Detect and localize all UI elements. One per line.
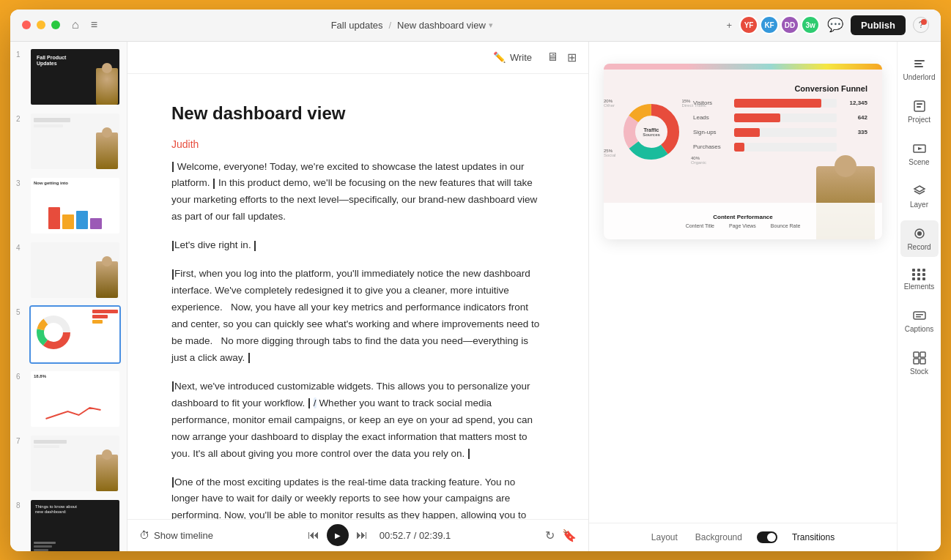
- breadcrumb-child[interactable]: New dashboard view ▾: [397, 20, 493, 31]
- svg-rect-21: [914, 352, 919, 357]
- breadcrumb-separator: /: [388, 20, 391, 31]
- play-button[interactable]: ▶: [327, 524, 349, 546]
- bookmark-icon[interactable]: 🔖: [562, 529, 577, 542]
- svg-rect-13: [917, 103, 922, 105]
- slide-thumb-5[interactable]: [29, 305, 121, 364]
- sidebar-item-captions[interactable]: Captions: [900, 302, 939, 339]
- show-timeline-button[interactable]: ⏱ Show timeline: [139, 529, 213, 541]
- slide-number-3: 3: [16, 179, 25, 187]
- sidebar-item-stock[interactable]: Stock: [900, 345, 939, 381]
- slide-preview: Conversion Funnel: [604, 64, 882, 239]
- scene-icon: [912, 141, 927, 156]
- svg-rect-18: [914, 312, 925, 319]
- slide-thumb-4[interactable]: [29, 241, 121, 299]
- funnel-bar-signups: [734, 128, 760, 137]
- layer-icon: [912, 184, 927, 198]
- home-icon[interactable]: ⌂: [72, 18, 79, 31]
- slide-number-2: 2: [16, 115, 25, 123]
- funnel-row-visitors: Visitors 12,345: [693, 99, 867, 108]
- sidebar-item-elements[interactable]: Elements: [900, 263, 939, 296]
- captions-icon: [912, 308, 927, 323]
- funnel-bar-leads: [734, 113, 780, 122]
- funnel-label-purchases: Purchases: [693, 143, 730, 150]
- slide7-person: [96, 455, 118, 491]
- avatar-kf[interactable]: KF: [760, 15, 779, 34]
- slide-item-4[interactable]: 4: [16, 241, 121, 299]
- slide-thumb-1[interactable]: Fall ProductUpdates: [29, 48, 121, 106]
- script-paragraph-4: Next, we've introduced customizable widg…: [171, 378, 544, 463]
- record-icon: [912, 226, 927, 241]
- funnel-value-leads: 642: [841, 114, 867, 121]
- preview-content: Conversion Funnel: [589, 42, 897, 523]
- add-user-icon[interactable]: +: [726, 20, 732, 31]
- funnel-row-leads: Leads 642: [693, 113, 867, 122]
- tab-background[interactable]: Background: [692, 531, 745, 544]
- preview-tabs: Layout Background Transitions: [589, 523, 897, 551]
- avatar-yf[interactable]: YF: [739, 15, 758, 34]
- monitor-icon[interactable]: 🖥: [547, 51, 558, 64]
- timeline-icon: ⏱: [139, 529, 149, 541]
- slide-item-1[interactable]: 1 Fall ProductUpdates: [16, 48, 121, 106]
- content-scroll[interactable]: New dashboard view Judith Welcome, every…: [127, 74, 588, 519]
- show-timeline-label: Show timeline: [154, 530, 213, 541]
- minimize-button[interactable]: [37, 20, 45, 29]
- sidebar-item-scene[interactable]: Scene: [900, 135, 939, 172]
- layer-label: Layer: [910, 201, 928, 209]
- write-button[interactable]: ✏️ Write: [487, 48, 538, 66]
- sidebar-item-layer[interactable]: Layer: [900, 178, 939, 214]
- tab-transitions[interactable]: Transitions: [789, 531, 837, 544]
- slide2-head: [102, 127, 112, 138]
- stock-icon: [912, 351, 927, 365]
- grid-layout-icon[interactable]: ⊞: [567, 51, 577, 64]
- slide-item-6[interactable]: 6 18.8%: [16, 370, 121, 428]
- slide-item-3[interactable]: 3 Now getting into: [16, 176, 121, 235]
- funnel-row-purchases: Purchases: [693, 143, 867, 152]
- avatar-3w[interactable]: 3w: [801, 15, 820, 34]
- cp-columns: Content Title Page Views Bounce Rate: [686, 223, 801, 228]
- cursor-8: [308, 398, 310, 408]
- slide5-donut: [34, 313, 74, 353]
- sidebar-item-project[interactable]: Project: [900, 93, 939, 130]
- toggle-switch[interactable]: [757, 531, 777, 543]
- cursor-6: [248, 353, 250, 363]
- skip-back-button[interactable]: ⏮: [308, 529, 319, 542]
- slide-thumb-8[interactable]: Things to know aboutnew dashboard:: [29, 499, 121, 551]
- publish-button[interactable]: Publish: [851, 15, 906, 35]
- title-bar-left: ⌂ ≡: [22, 18, 97, 31]
- slide2-text-line: [34, 118, 70, 122]
- funnel-label-leads: Leads: [693, 114, 730, 121]
- slide8-dots: [34, 542, 116, 551]
- svg-rect-23: [914, 359, 919, 364]
- chat-icon[interactable]: 💬: [827, 17, 843, 33]
- player-controls: ⏮ ▶ ⏭: [308, 524, 368, 546]
- tab-layout[interactable]: Layout: [648, 531, 681, 544]
- slide-number-7: 7: [16, 437, 25, 445]
- breadcrumb-parent[interactable]: Fall updates: [331, 20, 383, 31]
- cp-title: Content Performance: [713, 214, 772, 220]
- slide-panel[interactable]: 1 Fall ProductUpdates 2: [10, 42, 127, 551]
- skip-forward-button[interactable]: ⏭: [356, 529, 368, 542]
- menu-icon[interactable]: ≡: [91, 18, 97, 31]
- write-label: Write: [510, 52, 532, 63]
- slide-item-5[interactable]: 5: [16, 305, 121, 364]
- cp-col-1: Content Title: [686, 223, 714, 228]
- sync-icon[interactable]: ↻: [545, 529, 555, 542]
- funnel-stats: Visitors 12,345 Leads: [693, 99, 867, 157]
- slide-item-2[interactable]: 2: [16, 112, 121, 171]
- avatar-dd[interactable]: DD: [780, 15, 799, 34]
- close-button[interactable]: [22, 20, 31, 29]
- funnel-area: Traffic Sources 15%Direct Traffic 40%Org…: [618, 99, 867, 165]
- slide-item-8[interactable]: 8 Things to know aboutnew dashboard:: [16, 499, 121, 551]
- help-icon[interactable]: ?: [913, 17, 929, 33]
- slide-thumb-7[interactable]: [29, 434, 121, 493]
- slide-thumb-2[interactable]: [29, 112, 121, 171]
- svg-point-17: [917, 231, 922, 236]
- slide-thumb-3[interactable]: Now getting into: [29, 176, 121, 235]
- bottom-bar: ⏱ Show timeline ⏮ ▶ ⏭ 00:52.7 / 02:39.1 …: [127, 519, 588, 551]
- fullscreen-button[interactable]: [51, 20, 60, 29]
- slide-thumb-6[interactable]: 18.8%: [29, 370, 121, 428]
- slide7-alert: [34, 440, 67, 448]
- sidebar-item-underlord[interactable]: Underlord: [900, 51, 939, 87]
- slide-item-7[interactable]: 7: [16, 434, 121, 493]
- sidebar-item-record[interactable]: Record: [900, 220, 939, 257]
